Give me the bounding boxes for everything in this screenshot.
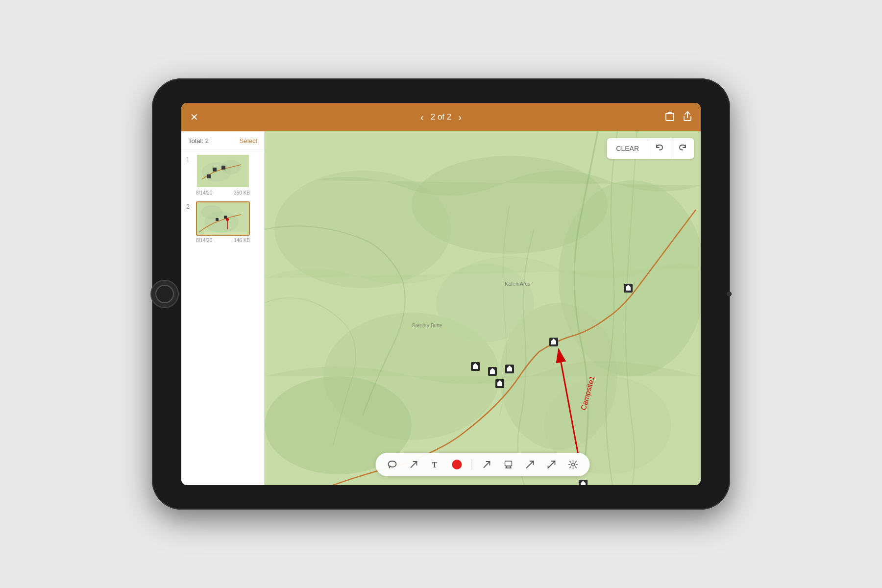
svg-rect-42	[505, 461, 512, 466]
toolbar-separator-1	[472, 459, 472, 470]
item-meta-1: 8/14/20 350 KB	[196, 190, 250, 196]
text-tool[interactable]: T	[429, 458, 442, 471]
home-button-inner	[155, 285, 174, 303]
top-bar: ✕ ‹ 2 of 2 ›	[181, 103, 701, 131]
item-thumbnail-1[interactable]	[196, 154, 250, 188]
svg-rect-8	[213, 168, 217, 172]
page-indicator: 2 of 2	[431, 112, 452, 122]
item-meta-2: 8/14/20 146 KB	[196, 238, 250, 243]
svg-rect-9	[221, 166, 225, 170]
top-bar-left: ✕	[190, 111, 198, 123]
svg-line-45	[548, 461, 555, 468]
arrow-tool-2[interactable]	[480, 458, 494, 471]
main-content: Total: 2 Select 1	[181, 131, 701, 485]
undo-button[interactable]	[648, 138, 671, 159]
share-button[interactable]	[683, 111, 692, 123]
select-button[interactable]: Select	[240, 137, 257, 145]
sidebar: Total: 2 Select 1	[181, 131, 265, 485]
bottom-toolbar: T	[376, 453, 590, 476]
svg-point-13	[201, 205, 222, 219]
item-date-1: 8/14/20	[196, 190, 212, 196]
list-item[interactable]: 2	[186, 201, 259, 243]
top-bar-center: ‹ 2 of 2 ›	[420, 112, 462, 123]
svg-rect-14	[216, 218, 219, 221]
list-item[interactable]: 1	[186, 154, 259, 196]
svg-line-41	[484, 462, 490, 467]
item-thumbnail-2[interactable]	[196, 201, 250, 236]
svg-rect-10	[207, 174, 211, 178]
svg-line-44	[527, 461, 534, 468]
item-number-1: 1	[186, 154, 192, 163]
next-page-button[interactable]: ›	[458, 112, 462, 123]
ipad-device: ✕ ‹ 2 of 2 ›	[152, 78, 730, 510]
total-label: Total: 2	[188, 137, 209, 145]
color-picker[interactable]	[450, 458, 464, 471]
redo-button[interactable]	[671, 138, 694, 159]
svg-text:T: T	[432, 461, 438, 469]
color-circle	[452, 460, 462, 469]
stamp-tool[interactable]	[502, 458, 515, 471]
thumb-map-2	[197, 202, 249, 235]
sidebar-items: 1	[181, 150, 264, 485]
item-size-1: 350 KB	[234, 190, 250, 196]
svg-point-47	[572, 463, 575, 466]
arrow-tool[interactable]	[407, 458, 421, 471]
arrow-tail-tool[interactable]	[545, 458, 559, 471]
svg-point-27	[436, 264, 534, 342]
lasso-tool[interactable]	[386, 458, 399, 471]
top-bar-right	[665, 111, 692, 123]
item-size-2: 146 KB	[234, 238, 250, 243]
item-date-2: 8/14/20	[196, 238, 212, 243]
svg-rect-15	[224, 216, 227, 219]
svg-text:Gregory Butte: Gregory Butte	[412, 323, 442, 328]
camera-dot	[727, 292, 732, 296]
clear-button[interactable]: CLEAR	[607, 140, 648, 157]
prev-page-button[interactable]: ‹	[420, 112, 424, 123]
map-area[interactable]: Campsite1 Kalen Arcs Gregory Butte ... R…	[265, 131, 701, 485]
svg-rect-0	[666, 114, 674, 121]
home-button[interactable]	[150, 280, 179, 308]
close-button[interactable]: ✕	[190, 111, 198, 123]
map-tools: CLEAR	[607, 138, 694, 159]
app-screen: ✕ ‹ 2 of 2 ›	[181, 103, 701, 485]
svg-line-39	[411, 462, 417, 467]
item-thumbnail-wrap-1: 8/14/20 350 KB	[196, 154, 259, 196]
svg-text:Kalen Arcs: Kalen Arcs	[505, 281, 531, 287]
delete-button[interactable]	[665, 111, 674, 123]
thumb-map-1	[197, 155, 249, 187]
sidebar-header: Total: 2 Select	[181, 131, 264, 150]
map-background: Campsite1 Kalen Arcs Gregory Butte ... R…	[265, 131, 701, 485]
item-number-2: 2	[186, 201, 192, 210]
settings-tool[interactable]	[566, 458, 580, 471]
arrow-tool-3[interactable]	[523, 458, 537, 471]
item-thumbnail-wrap-2: 8/14/20 146 KB	[196, 201, 259, 243]
